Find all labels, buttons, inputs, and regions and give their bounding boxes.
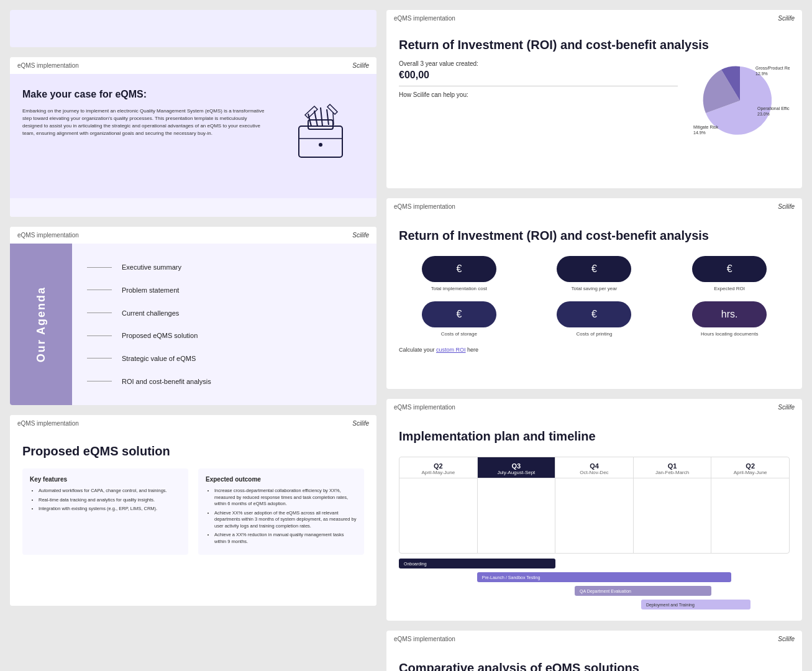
quarter-body-q1 [634, 478, 711, 553]
slide-timeline: eQMS implementation Scilife Implementati… [386, 399, 802, 621]
agenda-item-2: Problem statement [87, 283, 362, 298]
metric-label-1: Total implementation cost [431, 286, 487, 291]
agenda-items-list: Executive summary Problem statement Curr… [72, 244, 376, 405]
slide-logo-proposed: Scilife [352, 420, 369, 427]
proposed-slide-body: Proposed eQMS solution Key features Auto… [10, 432, 376, 606]
quarter-body-q2-first [399, 478, 477, 553]
slide-logo-timeline: Scilife [778, 404, 795, 411]
agenda-label-6: ROI and cost-benefit analysis [122, 378, 211, 385]
agenda-label-1: Executive summary [122, 263, 181, 271]
slide-label-make-case: eQMS implementation [17, 62, 79, 69]
agenda-line-2 [87, 290, 112, 290]
agenda-item-4: Proposed eQMS solution [87, 328, 362, 343]
svg-line-5 [327, 109, 329, 125]
roi-1-title: Return of Investment (ROI) and cost-bene… [399, 37, 790, 53]
slide-logo-comparative: Scilife [778, 636, 795, 642]
metric-btn-2: € [557, 256, 631, 282]
quarter-name-q2-first: Q2 [402, 462, 475, 470]
agenda-line-6 [87, 381, 112, 381]
slide-label-agenda: eQMS implementation [17, 232, 79, 239]
slide-header-roi-2: eQMS implementation Scilife [386, 198, 802, 215]
slide-logo-roi-1: Scilife [778, 15, 795, 22]
metric-label-2: Total saving per year [572, 286, 618, 291]
metric-item-2: € Total saving per year [534, 256, 655, 291]
pie-label-gross: Gross/Product Revenue [755, 66, 790, 70]
slide-header-agenda: eQMS implementation Scilife [10, 227, 376, 244]
bar-prelaunch: Pre-Launch / Sandbox Testing [477, 572, 731, 582]
key-features-col: Key features Automated workflows for CAP… [22, 468, 188, 555]
pie-pct-mitigation: 14.9% [693, 130, 706, 135]
metric-btn-6: hrs. [692, 301, 767, 327]
slide-proposed: eQMS implementation Scilife Proposed eQM… [10, 415, 376, 606]
quarter-q2-last: Q2 April-May-June [711, 457, 789, 553]
svg-line-3 [314, 111, 317, 126]
slide-comparative: eQMS implementation Scilife Comparative … [386, 631, 802, 671]
svg-point-8 [319, 143, 322, 147]
svg-rect-0 [299, 126, 342, 157]
agenda-sidebar: Our Agenda [10, 244, 72, 405]
agenda-item-1: Executive summary [87, 260, 362, 275]
metric-btn-4: € [422, 301, 496, 327]
roi-metrics-body: Return of Investment (ROI) and cost-bene… [386, 215, 802, 389]
slide-make-case: eQMS implementation Scilife Make your ca… [10, 57, 376, 217]
metric-item-5: € Costs of printing [534, 301, 655, 337]
slide-label-timeline: eQMS implementation [394, 404, 455, 411]
metric-btn-5: € [557, 301, 631, 327]
bar-onboarding: Onboarding [399, 559, 555, 568]
bar-qa: QA Department Evaluation [575, 586, 711, 596]
quarter-q3: Q3 July-August-Sept [478, 457, 556, 553]
slide-logo-roi-2: Scilife [778, 203, 795, 210]
metrics-grid: € Total implementation cost € Total savi… [399, 256, 790, 337]
roi-divider [399, 86, 678, 86]
comparative-slide-body: Comparative analysis of eQMS solutions [386, 647, 802, 671]
slide-label-roi-2: eQMS implementation [394, 203, 455, 210]
proposed-grid: Key features Automated workflows for CAP… [22, 468, 364, 555]
make-case-body: Embarking on the journey to implement an… [22, 107, 265, 137]
slide-header-proposed: eQMS implementation Scilife [10, 415, 376, 432]
roi-custom-suffix: here [467, 347, 478, 353]
slide-agenda: eQMS implementation Scilife Our Agenda E… [10, 227, 376, 405]
quarter-header-q1: Q1 Jan-Feb-March [634, 457, 711, 478]
pie-label-ops: Operational Efficiencies [757, 106, 790, 111]
quarter-header-q4: Q4 Oct-Nov-Dec [555, 457, 633, 478]
timeline-quarters: Q2 April-May-June Q3 July-August-Sept Q4 [399, 457, 790, 554]
pie-pct-gross: 12.9% [755, 71, 768, 76]
metric-label-3: Expected ROI [714, 286, 745, 291]
roi-1-overview: Overall 3 year value created: €00,00 How… [399, 60, 790, 135]
roi-slide-1-body: Return of Investment (ROI) and cost-bene… [386, 27, 802, 188]
timeline-slide-body: Implementation plan and timeline Q2 Apri… [386, 416, 802, 621]
roi-help-label: How Scilife can help you: [399, 91, 678, 98]
metric-item-1: € Total implementation cost [399, 256, 519, 291]
metric-btn-1: € [422, 256, 496, 282]
quarter-header-q3: Q3 July-August-Sept [478, 457, 555, 478]
svg-rect-1 [308, 120, 333, 129]
roi-custom-link[interactable]: custom ROI [436, 347, 466, 353]
agenda-line-3 [87, 313, 112, 313]
quarter-months-q2-last: April-May-June [714, 470, 787, 475]
expected-outcome-3: Achieve a XX% reduction in manual qualit… [214, 532, 357, 545]
quarter-name-q4: Q4 [558, 462, 631, 470]
metric-btn-3: € [692, 256, 767, 282]
expected-outcome-list: Increase cross-departmental collaboratio… [206, 488, 357, 545]
toolbox-svg-icon [280, 89, 361, 170]
slide-logo-agenda: Scilife [352, 232, 369, 239]
quarter-q1: Q1 Jan-Feb-March [634, 457, 712, 553]
quarter-header-q2-first: Q2 April-May-June [399, 457, 477, 478]
expected-outcome-2: Achieve XX% user adoption of the eQMS ac… [214, 510, 357, 530]
agenda-item-6: ROI and cost-benefit analysis [87, 374, 362, 389]
right-column: eQMS implementation Scilife Return of In… [386, 10, 802, 671]
metric-label-5: Costs of printing [577, 331, 613, 337]
slide-make-case-body: Make your case for eQMS: Embarking on th… [10, 74, 376, 198]
make-case-title: Make your case for eQMS: [22, 89, 265, 100]
expected-outcome-col: Expected outcome Increase cross-departme… [198, 468, 364, 555]
agenda-line-4 [87, 336, 112, 336]
metric-label-6: Hours locating documents [701, 331, 759, 337]
pie-label-mitigation: Mitigate Risk [693, 125, 719, 130]
agenda-label-4: Proposed eQMS solution [122, 332, 198, 339]
svg-line-7 [333, 112, 334, 125]
timeline-bars: Onboarding Pre-Launch / Sandbox Testing … [399, 559, 790, 608]
slide-label-roi-1: eQMS implementation [394, 15, 455, 22]
bar-qa-label: QA Department Evaluation [580, 589, 631, 593]
expected-outcome-heading: Expected outcome [206, 476, 357, 483]
slide-label-proposed: eQMS implementation [17, 420, 79, 427]
